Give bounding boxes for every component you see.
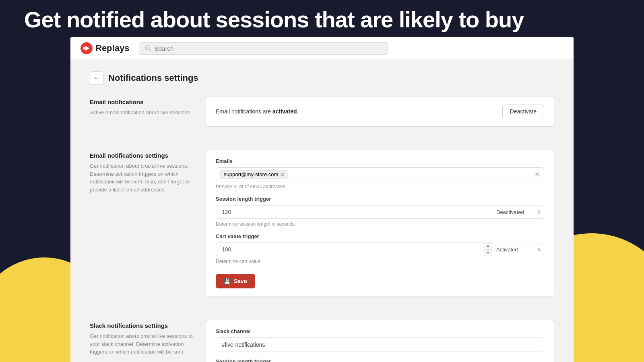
- slack-settings-title: Slack notifications settings: [90, 322, 194, 329]
- email-status-prefix: Email notifications are: [216, 108, 272, 115]
- slack-session-length-label: Session length trigger: [216, 358, 544, 362]
- headline-text: Get notified about sessions that are lik…: [24, 7, 620, 32]
- cart-value-input-row: ▲ ▼ Deactivated Activated: [216, 243, 544, 256]
- emails-hint: Provide a list of email addresses.: [216, 184, 544, 189]
- nav-search[interactable]: [139, 42, 388, 55]
- app-window: Replays ← Notifications settings Email n…: [70, 37, 574, 362]
- svg-line-4: [149, 49, 150, 50]
- background-headline: Get notified about sessions that are lik…: [0, 0, 644, 39]
- email-notif-row: Email notifications are activated. Deact…: [216, 105, 544, 118]
- email-notifications-label-col: Email notifications Active email notific…: [90, 96, 194, 127]
- email-settings-card: Emails support@my-store.com ✕ ✕ Provide …: [206, 150, 554, 297]
- email-tag-remove[interactable]: ✕: [281, 172, 285, 177]
- save-button-label: Save: [234, 278, 247, 284]
- svg-point-2: [83, 47, 85, 49]
- session-length-input[interactable]: [216, 205, 492, 219]
- save-icon: 💾: [224, 278, 231, 284]
- session-length-trigger: Session length trigger Deactivated Activ…: [216, 196, 544, 227]
- slack-settings-card: Slack channel Session length trigger: [206, 320, 554, 362]
- session-length-hint: Determine session length in seconds.: [216, 221, 544, 227]
- email-tags-container: support@my-store.com ✕: [220, 170, 288, 179]
- session-length-input-row: Deactivated Activated: [216, 205, 544, 219]
- search-input[interactable]: [155, 45, 383, 52]
- page-header: ← Notifications settings: [90, 71, 554, 85]
- spinner-up-button[interactable]: ▲: [484, 243, 492, 250]
- tag-clear-button[interactable]: ✕: [535, 171, 540, 178]
- session-length-select[interactable]: Deactivated Activated: [492, 206, 544, 219]
- spinner-buttons: ▲ ▼: [484, 243, 492, 256]
- cart-value-trigger: Cart value trigger ▲ ▼ Deactivated: [216, 233, 544, 264]
- search-icon: [145, 45, 151, 51]
- nav-logo-text: Replays: [95, 43, 129, 53]
- page-title: Notifications settings: [108, 73, 198, 83]
- slack-settings-label-col: Slack notifications settings Get notific…: [90, 320, 194, 362]
- email-status-text: Email notifications are activated.: [216, 108, 298, 115]
- email-notifications-title: Email notifications: [90, 99, 194, 105]
- slack-settings-description: Get notification about crucial live sess…: [90, 332, 194, 356]
- save-button[interactable]: 💾 Save: [216, 274, 255, 288]
- divider-1: [90, 140, 554, 140]
- email-tag-chip: support@my-store.com ✕: [220, 170, 288, 179]
- email-settings-section: Email notifications settings Get notific…: [90, 150, 554, 297]
- cart-value-input[interactable]: [216, 243, 484, 256]
- email-notifications-description: Active email notification about live ses…: [90, 109, 194, 117]
- email-notifications-card: Email notifications are activated. Deact…: [206, 96, 554, 127]
- cart-value-select-wrapper: Deactivated Activated: [492, 243, 544, 256]
- nav-logo: Replays: [80, 42, 129, 55]
- deactivate-button[interactable]: Deactivate: [502, 105, 544, 118]
- emails-tag-input[interactable]: support@my-store.com ✕ ✕: [216, 167, 544, 181]
- cart-value-hint: Determine cart value.: [216, 259, 544, 264]
- divider-2: [90, 310, 554, 310]
- main-content: ← Notifications settings Email notificat…: [70, 60, 574, 362]
- slack-channel-input[interactable]: [216, 337, 544, 352]
- cart-value-spinner-wrapper: ▲ ▼: [216, 243, 492, 256]
- email-settings-label-col: Email notifications settings Get notific…: [90, 150, 194, 297]
- email-status-bold: activated: [272, 108, 297, 115]
- play-icon: [80, 42, 93, 55]
- session-length-label: Session length trigger: [216, 196, 544, 202]
- nav-bar: Replays: [70, 37, 574, 60]
- spinner-down-button[interactable]: ▼: [484, 250, 492, 256]
- back-button[interactable]: ←: [90, 71, 103, 85]
- slack-channel-label: Slack channel: [216, 328, 544, 334]
- email-settings-title: Email notifications settings: [90, 152, 194, 159]
- email-settings-description: Get notification about crucial live sess…: [90, 162, 194, 193]
- email-tag-text: support@my-store.com: [224, 171, 278, 177]
- cart-value-label: Cart value trigger: [216, 233, 544, 239]
- email-status-suffix: .: [297, 108, 299, 115]
- emails-field-label: Emails: [216, 158, 544, 164]
- cart-value-select[interactable]: Deactivated Activated: [492, 243, 544, 256]
- slack-settings-section: Slack notifications settings Get notific…: [90, 320, 554, 362]
- email-notifications-section: Email notifications Active email notific…: [90, 96, 554, 127]
- session-length-select-wrapper: Deactivated Activated: [492, 205, 544, 219]
